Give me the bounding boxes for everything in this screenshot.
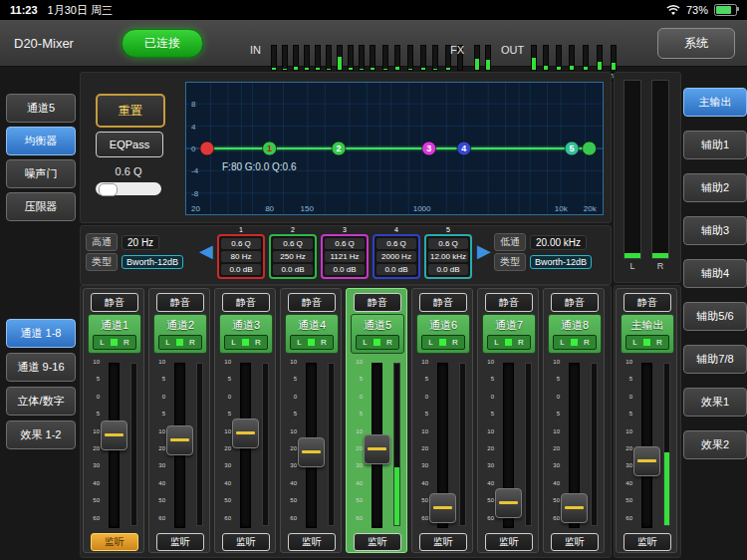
channel-strip-1[interactable]: 静音通道1LR10505102030405060监听 <box>83 288 144 553</box>
master-strip[interactable]: 静音主输出LR10505102030405060监听 <box>616 288 677 553</box>
channel-name-plate[interactable]: 通道7LR <box>482 314 536 354</box>
mute-button[interactable]: 静音 <box>222 293 270 312</box>
band-freq[interactable]: 80 Hz <box>221 251 261 262</box>
output-tab-7[interactable]: 辅助7/8 <box>683 345 747 374</box>
output-tab-9[interactable]: 效果2 <box>683 430 747 459</box>
fader-cap[interactable] <box>166 425 193 455</box>
channel-strip-4[interactable]: 静音通道4LR10505102030405060监听 <box>280 288 342 553</box>
output-tab-5[interactable]: 辅助4 <box>683 259 747 288</box>
fader-cap[interactable] <box>101 420 127 450</box>
proc-tab-1[interactable]: 通道5 <box>6 94 76 123</box>
channel-name-plate[interactable]: 通道4LR <box>285 314 339 354</box>
fader-cap[interactable] <box>633 446 660 476</box>
eq-curve-svg[interactable]: 840-4-82080150100010k20kF:80 G:0.0 Q:0.6… <box>186 83 603 214</box>
output-tab-3[interactable]: 辅助2 <box>683 173 747 202</box>
channel-strip-5[interactable]: 静音通道5LR10505102030405060监听 <box>346 288 407 553</box>
eq-band-5[interactable]: 50.6 Q12.00 kHz0.0 dB <box>424 226 472 279</box>
fader-cap[interactable] <box>364 434 390 464</box>
output-tab-8[interactable]: 效果1 <box>683 388 747 417</box>
channel-strip-6[interactable]: 静音通道6LR10505102030405060监听 <box>411 288 473 553</box>
band-q[interactable]: 0.6 Q <box>428 238 468 249</box>
band-gain[interactable]: 0.0 dB <box>325 264 365 275</box>
band-box[interactable]: 0.6 Q2000 Hz0.0 dB <box>373 234 420 279</box>
fader-cap[interactable] <box>298 437 325 467</box>
fader-cap[interactable] <box>232 419 259 448</box>
monitor-button[interactable]: 监听 <box>91 533 138 551</box>
eq-band-2[interactable]: 20.6 Q250 Hz0.0 dB <box>269 226 317 279</box>
output-tab-2[interactable]: 辅助1 <box>683 131 747 159</box>
mute-button[interactable]: 静音 <box>419 293 467 312</box>
band-scroll-right-arrow[interactable]: ▶ <box>475 240 493 262</box>
monitor-button[interactable]: 监听 <box>551 533 599 551</box>
mute-button[interactable]: 静音 <box>288 293 336 312</box>
channel-name-plate[interactable]: 主输出LR <box>621 314 674 354</box>
band-q[interactable]: 0.6 Q <box>325 238 365 249</box>
band-box[interactable]: 0.6 Q250 Hz0.0 dB <box>269 234 317 279</box>
channel-name-plate[interactable]: 通道6LR <box>416 314 470 354</box>
band-freq[interactable]: 1121 Hz <box>325 251 365 262</box>
band-gain[interactable]: 0.0 dB <box>376 264 416 275</box>
mute-button[interactable]: 静音 <box>551 293 599 312</box>
high-pass-value[interactable]: 20 Hz <box>122 235 159 250</box>
channel-name-plate[interactable]: 通道5LR <box>351 314 404 354</box>
bank-tab-1[interactable]: 通道 1-8 <box>6 319 76 348</box>
fader-track[interactable] <box>641 363 652 528</box>
band-gain[interactable]: 0.0 dB <box>428 264 468 275</box>
system-button[interactable]: 系统 <box>657 28 735 59</box>
monitor-button[interactable]: 监听 <box>288 533 336 551</box>
eq-reset-button[interactable]: 重置 <box>96 94 165 128</box>
band-freq[interactable]: 2000 Hz <box>376 251 416 262</box>
channel-strip-3[interactable]: 静音通道3LR10505102030405060监听 <box>214 288 276 553</box>
monitor-button[interactable]: 监听 <box>354 533 401 551</box>
band-box[interactable]: 0.6 Q12.00 kHz0.0 dB <box>424 234 472 279</box>
channel-name-plate[interactable]: 通道8LR <box>548 314 602 354</box>
mute-button[interactable]: 静音 <box>91 293 138 312</box>
output-tab-1[interactable]: 主输出 <box>683 88 747 117</box>
monitor-button[interactable]: 监听 <box>623 533 671 551</box>
output-tab-4[interactable]: 辅助3 <box>683 216 747 245</box>
band-freq[interactable]: 250 Hz <box>273 251 313 262</box>
eq-band-1[interactable]: 10.6 Q80 Hz0.0 dB <box>217 226 265 279</box>
channel-strip-7[interactable]: 静音通道7LR10505102030405060监听 <box>477 288 539 553</box>
q-slider[interactable] <box>96 182 161 195</box>
low-pass-value[interactable]: 20.00 kHz <box>530 235 587 250</box>
proc-tab-4[interactable]: 压限器 <box>6 192 76 221</box>
high-pass-type-value[interactable]: Bworth-12dB <box>122 255 183 269</box>
channel-strip-2[interactable]: 静音通道2LR10505102030405060监听 <box>148 288 210 553</box>
band-scroll-left-arrow[interactable]: ◀ <box>197 240 215 262</box>
output-tab-6[interactable]: 辅助5/6 <box>683 302 747 331</box>
channel-name-plate[interactable]: 通道2LR <box>153 314 207 354</box>
proc-tab-2[interactable]: 均衡器 <box>6 127 76 155</box>
eq-pass-button[interactable]: EQPass <box>96 132 163 157</box>
eq-graph[interactable]: 840-4-82080150100010k20kF:80 G:0.0 Q:0.6… <box>185 82 604 215</box>
band-box[interactable]: 0.6 Q80 Hz0.0 dB <box>217 234 265 279</box>
fader-cap[interactable] <box>561 493 588 523</box>
connect-status-button[interactable]: 已连接 <box>122 29 203 58</box>
q-slider-knob[interactable] <box>99 183 118 196</box>
bank-tab-2[interactable]: 通道 9-16 <box>6 353 76 382</box>
monitor-button[interactable]: 监听 <box>419 533 467 551</box>
band-gain[interactable]: 0.0 dB <box>273 264 313 275</box>
band-q[interactable]: 0.6 Q <box>221 238 261 249</box>
monitor-button[interactable]: 监听 <box>485 533 533 551</box>
channel-strip-8[interactable]: 静音通道8LR10505102030405060监听 <box>543 288 605 553</box>
fader-cap[interactable] <box>495 488 522 518</box>
mute-button[interactable]: 静音 <box>623 293 671 312</box>
band-box[interactable]: 0.6 Q1121 Hz0.0 dB <box>321 234 369 279</box>
eq-band-3[interactable]: 30.6 Q1121 Hz0.0 dB <box>321 226 369 279</box>
band-freq[interactable]: 12.00 kHz <box>428 251 468 262</box>
fader-cap[interactable] <box>429 493 456 523</box>
channel-name-plate[interactable]: 通道1LR <box>88 314 141 354</box>
bank-tab-3[interactable]: 立体/数字 <box>6 387 76 416</box>
monitor-button[interactable]: 监听 <box>156 533 204 551</box>
eq-band-4[interactable]: 40.6 Q2000 Hz0.0 dB <box>373 226 420 279</box>
channel-name-plate[interactable]: 通道3LR <box>219 314 273 354</box>
mute-button[interactable]: 静音 <box>156 293 204 312</box>
mute-button[interactable]: 静音 <box>485 293 533 312</box>
mute-button[interactable]: 静音 <box>354 293 401 312</box>
band-q[interactable]: 0.6 Q <box>376 238 416 249</box>
band-q[interactable]: 0.6 Q <box>273 238 313 249</box>
low-pass-type-value[interactable]: Bworth-12dB <box>530 255 592 269</box>
proc-tab-3[interactable]: 噪声门 <box>6 159 76 188</box>
band-gain[interactable]: 0.0 dB <box>221 264 261 275</box>
